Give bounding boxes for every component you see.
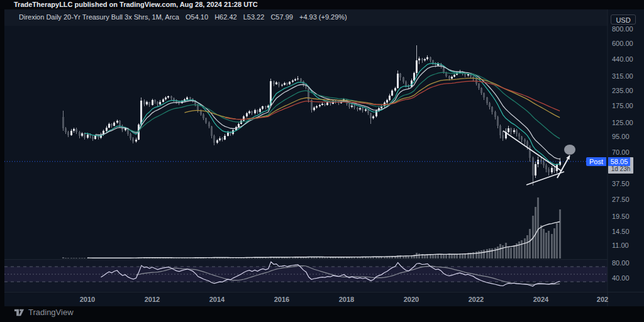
chart-canvas[interactable]: 800.00600.00440.00315.00235.00175.00125.… bbox=[0, 0, 644, 322]
publish-bar: TradeTherapyLLC published on TradingView… bbox=[0, 0, 644, 9]
tradingview-logo-icon bbox=[14, 308, 25, 317]
rsi-tick-label: 80.00 bbox=[612, 259, 630, 267]
year-label: 2012 bbox=[145, 296, 160, 303]
price-tick-label: 37.50 bbox=[612, 180, 630, 187]
tradingview-attribution[interactable]: TradingView bbox=[14, 308, 74, 318]
year-label: 2022 bbox=[469, 296, 484, 303]
currency-button[interactable]: USD bbox=[611, 14, 636, 25]
price-tick-label: 11.00 bbox=[612, 242, 629, 249]
price-tick-label: 125.00 bbox=[612, 119, 633, 126]
symbol-legend[interactable]: Direxion Daily 20-Yr Treasury Bull 3x Sh… bbox=[19, 13, 352, 21]
price-tick-label: 95.00 bbox=[612, 133, 630, 140]
year-label: 2024 bbox=[533, 296, 549, 303]
price-tick-label: 800.00 bbox=[612, 25, 633, 33]
ohlc-close: C57.99 bbox=[270, 13, 292, 21]
post-market-badge: Post bbox=[586, 157, 606, 166]
last-price-label: 58.05 bbox=[608, 157, 630, 166]
price-tick-label: 27.50 bbox=[612, 196, 630, 203]
price-tick-label: 19.50 bbox=[612, 213, 630, 220]
year-label: 2020 bbox=[404, 296, 419, 303]
year-label: 2010 bbox=[80, 296, 95, 303]
price-tick-label: 600.00 bbox=[612, 40, 633, 47]
rsi-tick-label: 40.00 bbox=[612, 274, 630, 282]
ohlc-low: L53.22 bbox=[243, 13, 265, 21]
ohlc-high: H62.42 bbox=[214, 13, 236, 21]
year-label: 2014 bbox=[209, 296, 225, 303]
publish-text: TradeTherapyLLC published on TradingView… bbox=[14, 1, 258, 8]
chart-page: 800.00600.00440.00315.00235.00175.00125.… bbox=[0, 0, 644, 322]
tradingview-attribution-text: TradingView bbox=[28, 308, 74, 318]
price-tick-label: 14.50 bbox=[612, 228, 630, 235]
price-tick-label: 235.00 bbox=[612, 87, 633, 94]
ohlc-open: O54.10 bbox=[186, 13, 208, 21]
change-value: +4.93 (+9.29%) bbox=[299, 13, 347, 21]
price-tick-label: 70.00 bbox=[612, 148, 630, 156]
year-label: 202 bbox=[597, 296, 608, 303]
year-label: 2016 bbox=[274, 296, 289, 303]
price-tick-label: 440.00 bbox=[612, 55, 633, 63]
drawing-circle[interactable] bbox=[564, 145, 575, 155]
symbol-title[interactable]: Direxion Daily 20-Yr Treasury Bull 3x Sh… bbox=[19, 13, 179, 21]
year-label: 2018 bbox=[339, 296, 354, 303]
price-tick-label: 175.00 bbox=[612, 102, 633, 109]
price-tick-label: 315.00 bbox=[612, 72, 633, 80]
